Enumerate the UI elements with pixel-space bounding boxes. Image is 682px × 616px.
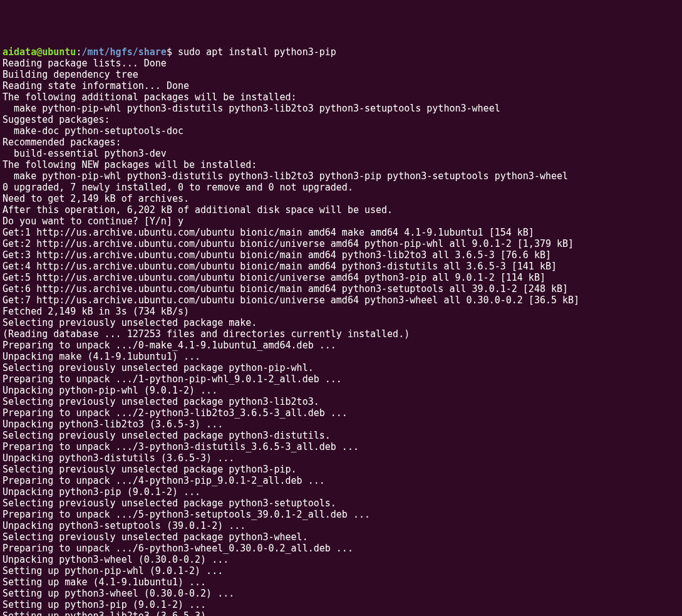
prompt-user: aidata@ubuntu xyxy=(3,46,76,58)
prompt-line: aidata@ubuntu:/mnt/hgfs/share$ sudo apt … xyxy=(3,46,336,58)
prompt-dollar: $ xyxy=(167,46,178,58)
command-input[interactable]: sudo apt install python3-pip xyxy=(178,46,336,58)
prompt-path: /mnt/hgfs/share xyxy=(81,46,166,58)
terminal-output: Reading package lists... Done Building d… xyxy=(3,58,679,616)
terminal[interactable]: aidata@ubuntu:/mnt/hgfs/share$ sudo apt … xyxy=(3,46,679,616)
